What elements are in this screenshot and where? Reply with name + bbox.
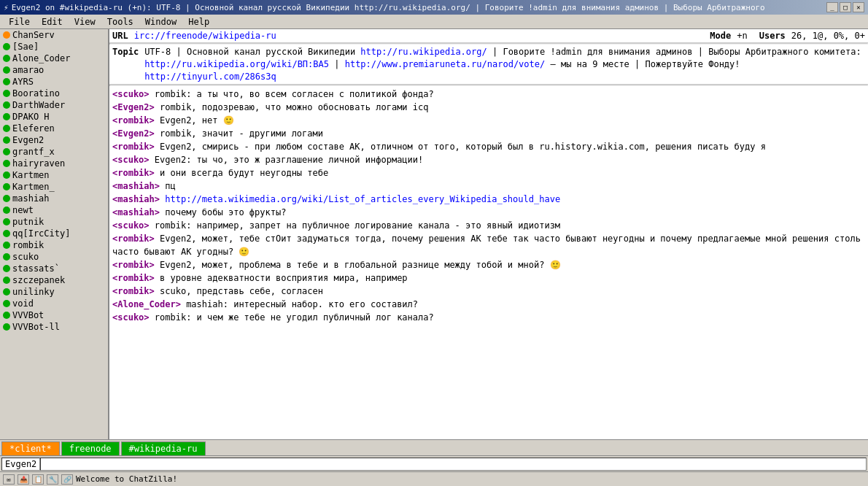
status-icon-4[interactable]: 🔧 <box>47 474 58 485</box>
user-name: amarao <box>12 65 44 75</box>
url-value[interactable]: irc://freenode/wikipedia-ru <box>134 31 276 41</box>
tab--client-[interactable]: *client* <box>1 441 60 455</box>
message-text: rombik: например, запрет на публичное ло… <box>150 220 561 231</box>
message-nick[interactable]: <scuko> <box>112 89 150 99</box>
user-item--sae-[interactable]: [Sae] <box>0 41 108 53</box>
topic-link-wiki[interactable]: http://ru.wikipedia.org/ <box>360 47 487 57</box>
status-icon-3[interactable]: 📋 <box>32 474 44 485</box>
user-item-kartmen-[interactable]: Kartmen_ <box>0 181 108 193</box>
topic-link-va5[interactable]: http://ru.wikipedia.org/wiki/ВП:ВА5 <box>144 59 329 69</box>
topic-bar: Topic UTF-8 | Основной канал русской Вик… <box>109 45 868 85</box>
user-item-mashiah[interactable]: mashiah <box>0 193 108 204</box>
message-line: <mashiah> http://meta.wikimedia.org/wiki… <box>112 193 865 206</box>
user-name: Booratino <box>12 88 60 99</box>
user-status-dot <box>3 101 10 109</box>
message-nick[interactable]: <rombik> <box>112 286 155 296</box>
message-nick[interactable]: <scuko> <box>112 312 150 323</box>
maximize-button[interactable]: □ <box>840 2 851 12</box>
user-item-eleferen[interactable]: Eleferen <box>0 123 108 134</box>
message-nick[interactable]: <mashiah> <box>112 181 160 191</box>
message-nick[interactable]: <scuko> <box>112 155 150 165</box>
message-nick[interactable]: <mashiah> <box>112 194 160 204</box>
close-button[interactable]: ✕ <box>853 2 864 12</box>
user-item-grantf-x[interactable]: grantf_x <box>0 146 108 158</box>
message-nick[interactable]: <rombik> <box>112 260 155 270</box>
message-nick[interactable]: <rombik> <box>112 168 155 178</box>
menu-item-help[interactable]: Help <box>182 15 215 28</box>
message-line: <Alone_Coder> mashiah: интересный набор.… <box>112 298 865 311</box>
title-bar-left: ⚡ Evgen2 on #wikipedia-ru (+n): UTF-8 | … <box>4 3 765 12</box>
message-line: <scuko> Evgen2: ты чо, это ж разглашение… <box>112 153 865 166</box>
user-name: Eleferen <box>12 123 55 134</box>
message-line: <scuko> rombik: например, запрет на публ… <box>112 219 865 232</box>
message-nick[interactable]: <mashiah> <box>112 207 160 217</box>
user-name: mashiah <box>12 193 50 204</box>
user-item-chanserv[interactable]: ChanServ <box>0 29 108 41</box>
message-nick[interactable]: <rombik> <box>112 273 155 283</box>
message-line: <rombik> scuko, представь себе, согласен <box>112 285 865 298</box>
message-nick[interactable]: <Alone_Coder> <box>112 299 181 309</box>
user-item-ayrs[interactable]: AYRS <box>0 76 108 88</box>
chat-input[interactable] <box>40 458 867 471</box>
menu-item-file[interactable]: File <box>3 15 36 28</box>
message-text: Evgen2, может, тебе стОит задуматься тог… <box>112 234 861 257</box>
user-item-hairyraven[interactable]: hairyraven <box>0 158 108 169</box>
user-status-dot <box>3 43 10 50</box>
message-nick[interactable]: <scuko> <box>112 220 150 231</box>
message-line: <rombik> Evgen2, может, проблема в тебе … <box>112 258 865 271</box>
user-item-stassats-[interactable]: stassats` <box>0 263 108 274</box>
status-icon-1[interactable]: ✉ <box>3 474 15 485</box>
tab-freenode[interactable]: freenode <box>61 441 120 455</box>
message-line: <Evgen2> rombik, подозреваю, что можно о… <box>112 101 865 114</box>
user-status-dot <box>3 218 10 225</box>
user-status-dot <box>3 125 10 132</box>
user-item-alone-coder[interactable]: Alone_Coder <box>0 53 108 64</box>
message-nick[interactable]: <Evgen2> <box>112 128 155 139</box>
user-item-vvvbot[interactable]: VVVBot <box>0 309 108 321</box>
user-name: hairyraven <box>12 158 65 169</box>
message-link[interactable]: http://meta.wikimedia.org/wiki/List_of_a… <box>165 194 560 204</box>
status-icon-5[interactable]: 🔗 <box>61 474 73 485</box>
user-item-szczepanek[interactable]: szczepanek <box>0 274 108 286</box>
user-item-unilinky[interactable]: unilinky <box>0 286 108 298</box>
menu-item-tools[interactable]: Tools <box>101 15 139 28</box>
user-item-vvvbot-ll[interactable]: VVVBot-ll <box>0 321 108 333</box>
user-status-dot <box>3 183 10 190</box>
users-value: 26, 1@, 0%, 0+ <box>791 31 865 41</box>
message-nick[interactable]: <rombik> <box>112 115 155 126</box>
user-name: Evgen2 <box>12 135 44 145</box>
user-item-kartmen[interactable]: Kartmen <box>0 169 108 181</box>
message-text: mashiah: интересный набор. кто его соста… <box>181 299 418 309</box>
user-item-newt[interactable]: newt <box>0 204 108 216</box>
status-icon-2[interactable]: 📤 <box>18 474 29 485</box>
menu-item-window[interactable]: Window <box>139 15 182 28</box>
user-item-qq-irccity-[interactable]: qq[IrcCity] <box>0 228 108 239</box>
user-list: ChanServ[Sae]Alone_CoderamaraoAYRSBoorat… <box>0 29 109 439</box>
user-name: Kartmen_ <box>12 182 55 192</box>
message-nick[interactable]: <Evgen2> <box>112 102 155 112</box>
user-item-putnik[interactable]: putnik <box>0 216 108 228</box>
title-bar-controls: _ □ ✕ <box>826 2 864 12</box>
user-item-rombik[interactable]: rombik <box>0 239 108 251</box>
user-item-void[interactable]: void <box>0 298 108 309</box>
message-text: Evgen2: ты чо, это ж разглашение личной … <box>150 155 424 165</box>
menu-item-edit[interactable]: Edit <box>36 15 69 28</box>
user-name: AYRS <box>12 77 34 87</box>
message-line: <Evgen2> rombik, значит - другими логами <box>112 127 865 140</box>
user-status-dot <box>3 90 10 97</box>
message-nick[interactable]: <rombik> <box>112 234 155 244</box>
topic-link-premiaruneta[interactable]: http://www.premiaruneta.ru/narod/vote/ <box>345 59 546 69</box>
user-item-darthwader[interactable]: DarthWader <box>0 99 108 111</box>
user-item-amarao[interactable]: amarao <box>0 64 108 76</box>
user-item-evgen2[interactable]: Evgen2 <box>0 134 108 146</box>
topic-link-tinyurl[interactable]: http://tinyurl.com/286s3q <box>144 72 276 82</box>
user-item-scuko[interactable]: scuko <box>0 251 108 263</box>
message-text: http://meta.wikimedia.org/wiki/List_of_a… <box>160 194 560 204</box>
user-item-dpako-h[interactable]: DPAKO H <box>0 111 108 123</box>
minimize-button[interactable]: _ <box>826 2 838 12</box>
user-item-booratino[interactable]: Booratino <box>0 88 108 99</box>
message-nick[interactable]: <rombik> <box>112 142 155 152</box>
menu-item-view[interactable]: View <box>69 15 101 28</box>
user-name: ChanServ <box>12 30 55 40</box>
tab--wikipedia-ru[interactable]: #wikipedia-ru <box>121 441 206 455</box>
